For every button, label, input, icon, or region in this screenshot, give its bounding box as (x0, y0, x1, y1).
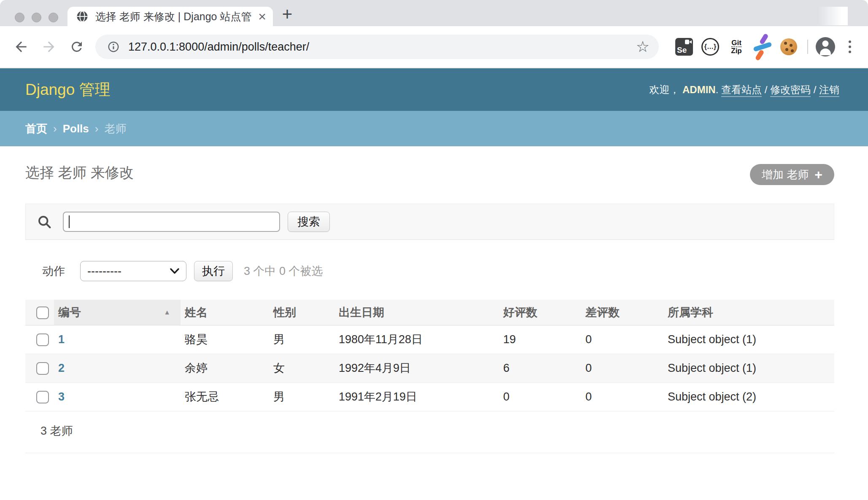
select-all-checkbox[interactable] (36, 306, 49, 319)
site-title-link[interactable]: Django 管理 (25, 79, 111, 100)
breadcrumb-home-link[interactable]: 首页 (25, 121, 47, 136)
row-checkbox[interactable] (36, 391, 49, 403)
add-teacher-button[interactable]: 增加 老师 + (750, 164, 834, 185)
execute-action-button[interactable]: 执行 (194, 261, 233, 281)
search-input[interactable] (63, 212, 280, 232)
add-teacher-label: 增加 老师 (762, 167, 809, 182)
title-row: 选择 老师 来修改 增加 老师 + (25, 146, 834, 185)
bookmark-star-icon[interactable]: ☆ (636, 39, 650, 54)
user-tools-separator2: / (814, 84, 817, 95)
cookie-extension-icon[interactable] (779, 37, 799, 57)
cell-good-count: 19 (499, 325, 581, 354)
view-site-link[interactable]: 查看站点 (721, 84, 762, 97)
browser-window: 选择 老师 来修改 | Django 站点管 × + 127.0.0.1:800… (0, 0, 868, 500)
tab-title: 选择 老师 来修改 | Django 站点管 (95, 10, 256, 24)
action-select[interactable]: --------- (80, 261, 186, 281)
browser-tab[interactable]: 选择 老师 来修改 | Django 站点管 × (67, 7, 273, 26)
cell-subject: Subject object (2) (663, 382, 834, 411)
logout-link[interactable]: 注销 (819, 84, 839, 97)
cell-subject: Subject object (1) (663, 354, 834, 382)
cell-bad-count: 0 (581, 325, 663, 354)
window-controls (15, 13, 58, 22)
search-button[interactable]: 搜索 (288, 212, 330, 232)
change-password-link[interactable]: 修改密码 (770, 84, 811, 97)
search-input-wrap (63, 212, 280, 232)
table-header-row: 编号 ▲ 姓名 性别 出生日期 好评数 差评数 所属学科 (25, 300, 834, 325)
row-checkbox[interactable] (36, 362, 49, 375)
breadcrumb-current: 老师 (104, 121, 126, 136)
column-header-gender[interactable]: 性别 (269, 300, 334, 325)
search-module: 搜索 (25, 204, 834, 240)
selenium-extension-icon[interactable]: Se (674, 37, 694, 57)
browser-toolbar: 127.0.0.1:8000/admin/polls/teacher/ ☆ Se… (0, 26, 868, 68)
actions-label: 动作 (42, 263, 65, 279)
forward-icon[interactable] (40, 38, 58, 56)
breadcrumb-separator2: › (95, 122, 99, 135)
json-viewer-label: {…} (701, 38, 719, 56)
breadcrumb-app-link[interactable]: Polls (63, 122, 89, 135)
cell-name: 余婷 (181, 354, 269, 382)
row-id-link[interactable]: 3 (58, 390, 65, 403)
actions-row: 动作 --------- 执行 3 个中 0 个被选 (25, 261, 834, 281)
welcome-text: 欢迎， (649, 84, 679, 95)
asterisk-extension-icon[interactable] (752, 37, 773, 57)
text-caret (69, 215, 70, 228)
row-id-link[interactable]: 1 (58, 333, 65, 346)
column-header-name[interactable]: 姓名 (181, 300, 269, 325)
cookie-glyph (780, 38, 797, 55)
selection-counter: 3 个中 0 个被选 (244, 263, 323, 279)
back-icon[interactable] (12, 38, 30, 56)
cell-subject: Subject object (1) (663, 325, 834, 354)
selenium-label: Se (677, 46, 687, 55)
gitzip-label: Git Zip (731, 39, 742, 54)
gitzip-top-text: Git (731, 39, 741, 47)
url-text[interactable]: 127.0.0.1:8000/admin/polls/teacher/ (128, 40, 636, 54)
column-header-birthdate[interactable]: 出生日期 (334, 300, 499, 325)
toolbar-divider (807, 40, 808, 54)
new-tab-button[interactable]: + (276, 3, 298, 25)
column-header-id[interactable]: 编号 ▲ (54, 300, 181, 325)
cell-birthdate: 1980年11月28日 (334, 325, 499, 354)
sort-ascending-icon[interactable]: ▲ (164, 309, 170, 316)
action-select-value: --------- (87, 265, 121, 278)
profile-avatar[interactable] (816, 37, 835, 56)
cell-birthdate: 1991年2月19日 (334, 382, 499, 411)
row-checkbox[interactable] (36, 333, 49, 346)
globe-favicon-icon (76, 10, 89, 23)
search-icon (37, 214, 52, 229)
browser-menu-icon[interactable] (844, 40, 856, 53)
selenium-badge: Se (675, 38, 693, 56)
breadcrumb: 首页 › Polls › 老师 (0, 111, 868, 146)
minimize-window-button[interactable] (32, 13, 41, 22)
cell-good-count: 6 (499, 354, 581, 382)
column-header-subject[interactable]: 所属学科 (663, 300, 834, 325)
cell-gender: 女 (269, 354, 334, 382)
column-header-bad-count[interactable]: 差评数 (581, 300, 663, 325)
gitzip-extension-icon[interactable]: Git Zip (726, 37, 747, 57)
cell-bad-count: 0 (581, 382, 663, 411)
column-header-id-label: 编号 (58, 305, 81, 320)
username-suffix: . (716, 84, 719, 95)
cell-gender: 男 (269, 325, 334, 354)
info-icon[interactable] (107, 40, 120, 53)
page-title: 选择 老师 来修改 (25, 163, 134, 183)
reload-icon[interactable] (67, 38, 86, 56)
cell-good-count: 0 (499, 382, 581, 411)
cell-birthdate: 1992年4月9日 (334, 354, 499, 382)
username-text: ADMIN (682, 84, 716, 95)
changelist-content: 选择 老师 来修改 增加 老师 + 搜索 动作 --------- (0, 146, 868, 453)
url-bar[interactable]: 127.0.0.1:8000/admin/polls/teacher/ ☆ (95, 35, 659, 59)
tab-close-icon[interactable]: × (258, 10, 266, 23)
json-viewer-extension-icon[interactable]: {…} (700, 37, 720, 57)
zoom-window-button[interactable] (49, 13, 58, 22)
user-tools-separator: / (765, 84, 768, 95)
tab-strip: 选择 老师 来修改 | Django 站点管 × + (0, 0, 868, 26)
admin-header: Django 管理 欢迎， ADMIN. 查看站点 / 修改密码 / 注销 (0, 68, 868, 111)
table-row: 2 余婷 女 1992年4月9日 6 0 Subject object (1) (25, 354, 834, 382)
column-header-good-count[interactable]: 好评数 (499, 300, 581, 325)
row-id-link[interactable]: 2 (58, 362, 65, 374)
result-count: 3 老师 (25, 411, 834, 453)
cell-bad-count: 0 (581, 354, 663, 382)
gitzip-bottom-text: Zip (731, 47, 742, 54)
close-window-button[interactable] (15, 13, 24, 22)
